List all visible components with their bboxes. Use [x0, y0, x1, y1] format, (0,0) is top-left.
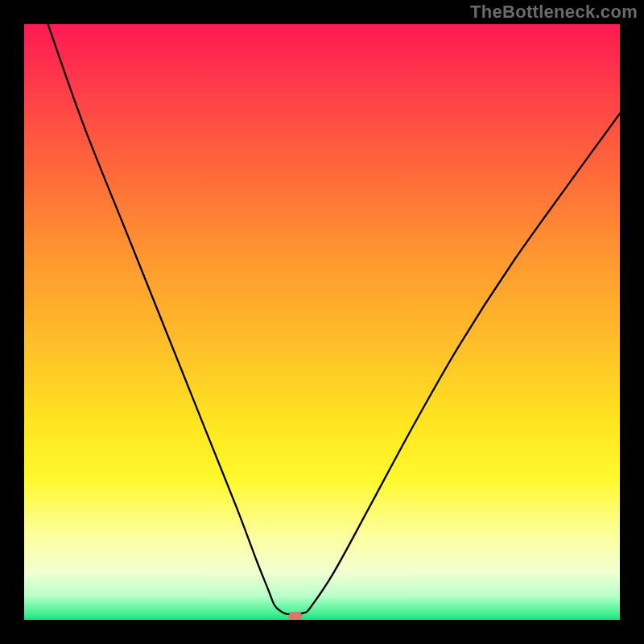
plot-area	[24, 24, 620, 620]
chart-frame: TheBottleneck.com	[0, 0, 644, 644]
optimal-point-marker	[288, 612, 302, 620]
curve-path	[48, 24, 620, 614]
watermark-text: TheBottleneck.com	[470, 2, 638, 23]
bottleneck-curve	[24, 24, 620, 620]
